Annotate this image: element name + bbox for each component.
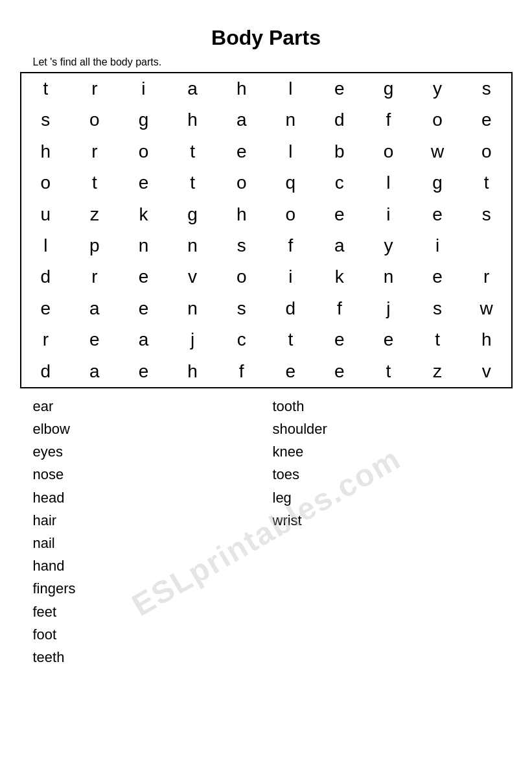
grid-cell: a [70, 293, 119, 324]
word-item: foot [33, 623, 273, 646]
grid-cell: o [217, 261, 266, 292]
grid-cell: d [21, 356, 71, 387]
grid-cell: h [21, 136, 71, 167]
word-item: nose [33, 463, 273, 486]
grid-cell: e [119, 261, 168, 292]
grid-cell: r [70, 73, 119, 104]
grid-row: triahlegys [21, 73, 511, 104]
grid-cell: b [315, 136, 364, 167]
grid-cell: w [413, 136, 462, 167]
grid-cell: o [119, 136, 168, 167]
grid-cell: l [266, 136, 315, 167]
grid-cell: g [364, 73, 413, 104]
grid-cell: g [119, 104, 168, 136]
grid-cell: s [217, 293, 266, 324]
grid-cell: f [315, 293, 364, 324]
grid-row: otetoqclgt [21, 167, 511, 198]
grid-cell: v [168, 261, 217, 292]
grid-cell: z [70, 199, 119, 230]
grid-cell: a [315, 230, 364, 261]
grid-cell: a [168, 73, 217, 104]
grid-cell: n [266, 104, 315, 136]
grid-cell: l [266, 73, 315, 104]
grid-row: uzkghoeies [21, 199, 511, 230]
grid-cell: e [266, 356, 315, 387]
subtitle: Let 's find all the body parts. [33, 56, 162, 68]
grid-cell: s [217, 230, 266, 261]
grid-cell: g [413, 167, 462, 198]
grid-cell: s [413, 293, 462, 324]
grid-cell: e [119, 293, 168, 324]
word-item: tooth [273, 395, 513, 418]
grid-cell: q [266, 167, 315, 198]
grid-cell: h [168, 356, 217, 387]
word-item: shoulder [273, 418, 513, 440]
grid-cell [462, 230, 511, 261]
grid-cell: i [364, 199, 413, 230]
grid-cell: o [364, 136, 413, 167]
grid-cell: h [217, 199, 266, 230]
words-left-col: earelboweyesnoseheadhairnailhandfingersf… [33, 395, 273, 669]
grid-cell: n [168, 293, 217, 324]
grid-cell: g [168, 199, 217, 230]
grid-cell: j [364, 293, 413, 324]
grid-cell: d [266, 293, 315, 324]
grid-cell: y [364, 230, 413, 261]
grid-cell: j [168, 324, 217, 355]
grid-row: daehfeetzv [21, 356, 511, 387]
grid-cell: o [217, 167, 266, 198]
grid-cell: f [364, 104, 413, 136]
grid-cell: r [462, 261, 511, 292]
grid-cell: a [70, 356, 119, 387]
grid-cell: l [364, 167, 413, 198]
grid-cell: i [413, 230, 462, 261]
grid-cell: e [315, 199, 364, 230]
grid-cell: s [462, 73, 511, 104]
grid-cell: w [462, 293, 511, 324]
grid-cell: n [364, 261, 413, 292]
word-item: nail [33, 532, 273, 554]
word-item: feet [33, 600, 273, 623]
grid-row: reajcteeth [21, 324, 511, 355]
grid-cell: c [217, 324, 266, 355]
grid-cell: d [315, 104, 364, 136]
grid-cell: e [315, 73, 364, 104]
word-item: eyes [33, 440, 273, 463]
word-item: wrist [273, 509, 513, 532]
grid-cell: t [21, 73, 71, 104]
grid-cell: e [413, 261, 462, 292]
grid-cell: e [413, 199, 462, 230]
grid-cell: e [119, 356, 168, 387]
grid-cell: y [413, 73, 462, 104]
grid-cell: t [413, 324, 462, 355]
grid-cell: p [70, 230, 119, 261]
grid-cell: r [70, 261, 119, 292]
grid-cell: k [315, 261, 364, 292]
grid-cell: l [21, 230, 71, 261]
words-section: earelboweyesnoseheadhairnailhandfingersf… [20, 395, 513, 669]
grid-cell: v [462, 356, 511, 387]
grid-cell: h [462, 324, 511, 355]
grid-cell: e [315, 324, 364, 355]
grid-cell: o [413, 104, 462, 136]
grid-cell: t [462, 167, 511, 198]
grid-cell: e [462, 104, 511, 136]
grid-row: eaensdfjsw [21, 293, 511, 324]
grid-cell: u [21, 199, 71, 230]
grid-cell: h [168, 104, 217, 136]
word-item: hair [33, 509, 273, 532]
words-right-col: toothshoulderkneetoeslegwrist [273, 395, 513, 669]
grid-cell: n [168, 230, 217, 261]
grid-cell: t [70, 167, 119, 198]
grid-cell: f [217, 356, 266, 387]
grid-cell: e [70, 324, 119, 355]
grid-cell: d [21, 261, 71, 292]
grid-cell: c [315, 167, 364, 198]
grid-cell: h [217, 73, 266, 104]
grid-cell: e [21, 293, 71, 324]
grid-cell: o [21, 167, 71, 198]
grid-cell: k [119, 199, 168, 230]
grid-cell: o [70, 104, 119, 136]
grid-cell: s [462, 199, 511, 230]
grid-cell: o [462, 136, 511, 167]
